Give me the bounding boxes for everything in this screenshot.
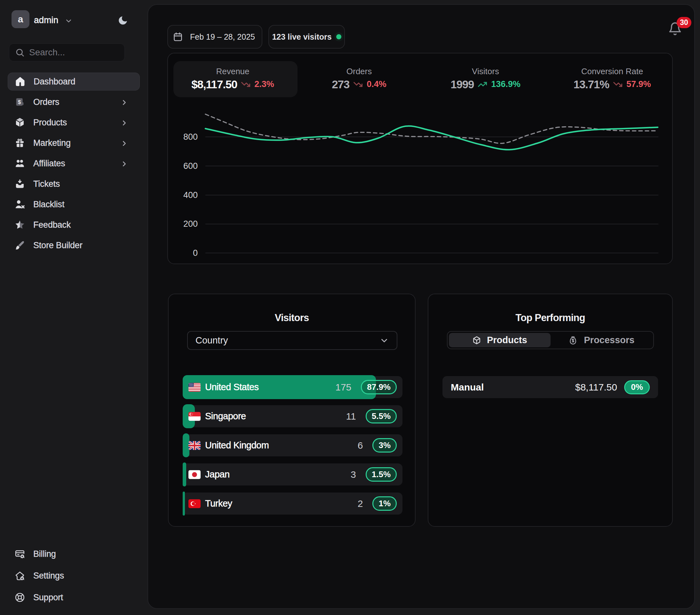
svg-text:0: 0 [193, 248, 198, 258]
svg-text:200: 200 [183, 219, 198, 229]
svg-text:600: 600 [183, 161, 198, 171]
svg-text:800: 800 [183, 132, 198, 142]
svg-text:$: $ [18, 99, 21, 105]
svg-text:400: 400 [183, 190, 198, 200]
